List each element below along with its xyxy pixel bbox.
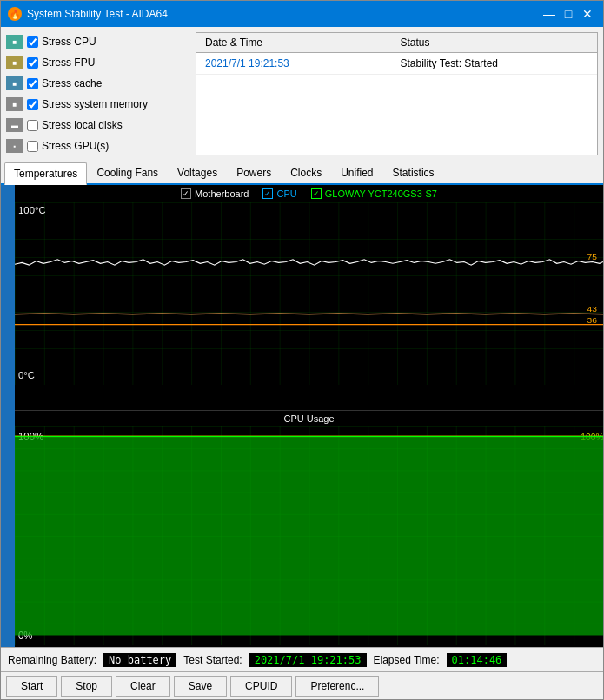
legend-motherboard-checkbox: ✓ bbox=[181, 188, 191, 199]
header-status: Status bbox=[397, 35, 593, 50]
close-button[interactable]: ✕ bbox=[579, 5, 596, 23]
header-datetime: Date & Time bbox=[202, 35, 397, 50]
tab-statistics[interactable]: Statistics bbox=[383, 162, 444, 183]
stress-cache-label: Stress cache bbox=[42, 77, 102, 89]
test-started-label: Test Started: bbox=[183, 654, 242, 666]
legend-gloway-label: GLOWAY YCT240GS3-S7 bbox=[325, 188, 437, 199]
stress-list: ■ Stress CPU ■ Stress FPU ■ Stress cache… bbox=[6, 32, 189, 155]
title-bar: 🔥 System Stability Test - AIDA64 — □ ✕ bbox=[1, 1, 603, 27]
cpu-icon: ■ bbox=[6, 35, 23, 49]
temp-chart-svg: 100°C 0°C 75 43 bbox=[15, 202, 603, 385]
stress-disk-label: Stress local disks bbox=[42, 119, 123, 131]
svg-rect-1 bbox=[15, 202, 603, 385]
charts-area: ✓ Motherboard ✓ CPU ✓ GLOWAY YCT240GS3-S… bbox=[15, 185, 603, 647]
window-controls: — □ ✕ bbox=[541, 5, 596, 23]
stress-fpu-item: ■ Stress FPU bbox=[6, 53, 189, 72]
stress-gpu-item: ▪ Stress GPU(s) bbox=[6, 136, 189, 155]
tab-powers[interactable]: Powers bbox=[227, 162, 281, 183]
temp-chart-wrapper: ✓ Motherboard ✓ CPU ✓ GLOWAY YCT240GS3-S… bbox=[15, 185, 603, 411]
stress-cpu-label: Stress CPU bbox=[42, 36, 96, 48]
bottom-bar: Start Stop Clear Save CPUID Preferenc... bbox=[1, 671, 603, 699]
chart-legend: ✓ Motherboard ✓ CPU ✓ GLOWAY YCT240GS3-S… bbox=[15, 185, 603, 202]
window-title: System Stability Test - AIDA64 bbox=[27, 8, 168, 20]
stress-fpu-label: Stress FPU bbox=[42, 56, 95, 69]
start-button[interactable]: Start bbox=[6, 676, 57, 697]
svg-text:75: 75 bbox=[587, 252, 597, 261]
legend-cpu: ✓ CPU bbox=[262, 188, 296, 199]
app-icon: 🔥 bbox=[8, 7, 22, 21]
svg-text:43: 43 bbox=[587, 305, 597, 314]
disk-icon: ▬ bbox=[6, 118, 23, 132]
cpuid-button[interactable]: CPUID bbox=[230, 676, 292, 697]
tab-unified[interactable]: Unified bbox=[331, 162, 382, 183]
tab-temperatures[interactable]: Temperatures bbox=[4, 162, 87, 185]
cpu-chart-wrapper: CPU Usage 100% 0% 100% bbox=[15, 411, 603, 647]
stress-cpu-checkbox[interactable] bbox=[27, 36, 38, 48]
main-content: ✓ Motherboard ✓ CPU ✓ GLOWAY YCT240GS3-S… bbox=[1, 185, 603, 647]
battery-value: No battery bbox=[103, 653, 176, 667]
legend-motherboard-label: Motherboard bbox=[195, 188, 249, 199]
battery-label: Remaining Battery: bbox=[8, 654, 96, 666]
info-status: Stability Test: Started bbox=[397, 56, 593, 71]
clear-button[interactable]: Clear bbox=[116, 676, 170, 697]
save-button[interactable]: Save bbox=[174, 676, 227, 697]
preferences-button[interactable]: Preferenc... bbox=[295, 676, 379, 697]
cpu-chart-title: CPU Usage bbox=[15, 411, 603, 426]
stress-disk-checkbox[interactable] bbox=[27, 120, 38, 131]
cpu-chart-svg: 100% 0% 100% bbox=[15, 426, 603, 645]
stop-button[interactable]: Stop bbox=[61, 676, 112, 697]
stress-fpu-checkbox[interactable] bbox=[27, 57, 38, 69]
sidebar-indicator bbox=[1, 185, 15, 647]
title-bar-left: 🔥 System Stability Test - AIDA64 bbox=[8, 7, 168, 21]
tabs-row: Temperatures Cooling Fans Voltages Power… bbox=[1, 161, 603, 185]
memory-icon: ■ bbox=[6, 97, 23, 111]
svg-text:36: 36 bbox=[587, 315, 597, 324]
svg-text:0°C: 0°C bbox=[18, 370, 35, 380]
stress-gpu-label: Stress GPU(s) bbox=[42, 140, 109, 152]
maximize-button[interactable]: □ bbox=[560, 5, 577, 23]
svg-text:100°C: 100°C bbox=[18, 205, 46, 215]
tab-voltages[interactable]: Voltages bbox=[168, 162, 227, 183]
info-row: 2021/7/1 19:21:53 Stability Test: Starte… bbox=[196, 53, 597, 75]
top-section: ■ Stress CPU ■ Stress FPU ■ Stress cache… bbox=[1, 27, 603, 161]
info-panel: Date & Time Status 2021/7/1 19:21:53 Sta… bbox=[196, 32, 598, 155]
stress-cpu-item: ■ Stress CPU bbox=[6, 32, 189, 51]
status-bar: Remaining Battery: No battery Test Start… bbox=[1, 647, 603, 671]
tab-clocks[interactable]: Clocks bbox=[281, 162, 331, 183]
legend-cpu-checkbox: ✓ bbox=[262, 188, 273, 199]
stress-cache-item: ■ Stress cache bbox=[6, 74, 189, 93]
stress-disk-item: ▬ Stress local disks bbox=[6, 116, 189, 135]
test-started-value: 2021/7/1 19:21:53 bbox=[249, 653, 367, 667]
stress-cache-checkbox[interactable] bbox=[27, 78, 38, 89]
tabs-section: Temperatures Cooling Fans Voltages Power… bbox=[1, 161, 603, 185]
stress-memory-checkbox[interactable] bbox=[27, 99, 38, 110]
elapsed-value: 01:14:46 bbox=[447, 653, 508, 667]
info-datetime: 2021/7/1 19:21:53 bbox=[202, 56, 397, 71]
main-window: 🔥 System Stability Test - AIDA64 — □ ✕ ■… bbox=[0, 0, 604, 700]
svg-marker-12 bbox=[15, 436, 603, 635]
fpu-icon: ■ bbox=[6, 56, 23, 69]
stress-memory-label: Stress system memory bbox=[42, 98, 148, 110]
tab-cooling-fans[interactable]: Cooling Fans bbox=[87, 162, 168, 183]
stress-memory-item: ■ Stress system memory bbox=[6, 95, 189, 114]
legend-motherboard: ✓ Motherboard bbox=[181, 188, 249, 199]
legend-cpu-label: CPU bbox=[276, 188, 296, 199]
legend-gloway-checkbox: ✓ bbox=[311, 188, 322, 199]
minimize-button[interactable]: — bbox=[541, 5, 558, 23]
cache-icon: ■ bbox=[6, 76, 23, 90]
gpu-icon: ▪ bbox=[6, 139, 23, 153]
stress-gpu-checkbox[interactable] bbox=[27, 141, 38, 152]
info-header: Date & Time Status bbox=[196, 33, 597, 53]
elapsed-label: Elapsed Time: bbox=[374, 654, 440, 666]
legend-gloway: ✓ GLOWAY YCT240GS3-S7 bbox=[311, 188, 437, 199]
